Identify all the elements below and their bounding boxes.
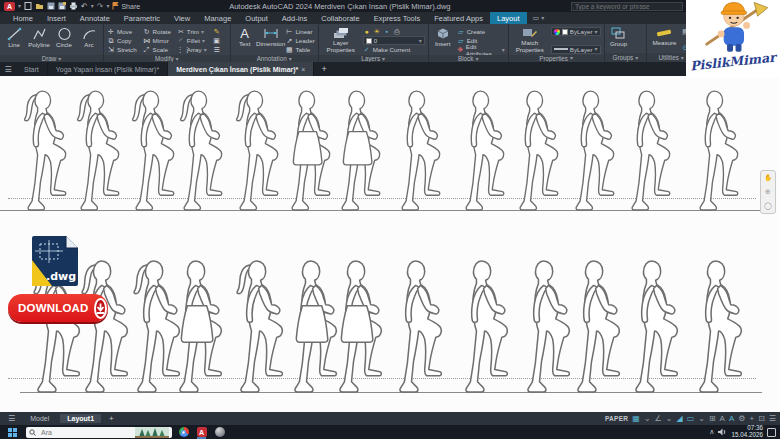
layer-lock-icon[interactable]: ▪ [383,28,391,35]
ribbon-tab-featured-apps[interactable]: Featured Apps [427,12,490,24]
share-button[interactable]: Share [112,2,140,10]
match-properties-button[interactable]: Match Properties [512,26,548,55]
drawing-canvas[interactable]: ✋ ⊕ ◯ [0,76,780,412]
file-tab-2[interactable]: Merdiven Çıkan İnsan (Pislik Mimar)*× [168,62,314,76]
create-block-button[interactable]: ▱Create [457,27,505,36]
ribbon-tab-layout[interactable]: Layout [490,12,527,24]
edit-attributes-button[interactable]: ❖Edit Attributes▾ [457,45,505,54]
ribbon-tab-view[interactable]: View [167,12,197,24]
taskbar-clock[interactable]: 07:36 15.04.2026 [731,425,763,438]
dynamic-input-icon[interactable]: ▭ [687,415,695,423]
text-tool-button[interactable]: A Text [234,26,256,55]
layout1-tab[interactable]: Layout1 [60,414,101,423]
model-tab[interactable]: Model [23,414,56,423]
trim-tool-button[interactable]: ✂Trim▾ [177,27,207,36]
rotate-tool-button[interactable]: ↻Rotate [143,27,171,36]
action-center-icon[interactable] [767,428,776,437]
ribbon-tab-annotate[interactable]: Annotate [73,12,117,24]
save-icon[interactable] [47,2,55,10]
chrome-taskbar-icon[interactable] [177,426,190,438]
table-button[interactable]: ▦Table [285,45,314,54]
ribbon-tab-output[interactable]: Output [238,12,275,24]
copy-tool-button[interactable]: ⧉Copy [107,36,137,45]
polyline-tool-button[interactable]: Polyline [28,26,50,55]
plot-icon[interactable] [69,2,78,10]
osnap-dropdown-icon[interactable]: ⌄ [698,415,705,423]
arc-tool-button[interactable]: Arc [78,26,100,55]
file-tab-start[interactable]: Start [16,62,48,76]
ribbon-tab-express-tools[interactable]: Express Tools [367,12,428,24]
annotation-panel-label[interactable]: Annotation▾ [231,55,318,62]
customization-menu-icon[interactable]: ☰ [769,415,776,423]
layer-on-icon[interactable]: ● [363,28,371,35]
orbit-icon[interactable]: ◯ [764,202,772,210]
block-panel-label[interactable]: Block▾ [429,55,508,62]
mirror-tool-button[interactable]: ⋈Mirror [143,36,171,45]
new-drawing-tab-button[interactable]: + [314,62,333,76]
measure-button[interactable]: Measure [650,26,678,53]
array-tool-button[interactable]: ⋮⋮Array▾ [177,45,207,54]
autocad-taskbar-icon[interactable]: A [195,426,208,438]
taskbar-search[interactable] [26,427,172,438]
stretch-tool-button[interactable]: ⇲Stretch [107,45,137,54]
isodraft-icon[interactable]: ⌄ [666,415,673,423]
close-tab-icon[interactable]: × [301,66,305,73]
layer-dropdown[interactable]: 0 ▾ [363,36,425,45]
layers-panel-label[interactable]: Layers▾ [319,55,428,62]
navigation-bar[interactable]: ✋ ⊕ ◯ [760,170,776,214]
draw-panel-label[interactable]: Draw▾ [0,55,103,62]
layer-properties-button[interactable]: Layer Properties [322,26,360,55]
status-menu-icon[interactable]: ☰ [4,414,19,423]
fillet-tool-button[interactable]: ◜Fillet▾ [177,36,207,45]
lineweight-dropdown[interactable]: ByLayer ▾ [551,45,601,54]
new-layout-button[interactable]: + [105,414,118,423]
paper-space-label[interactable]: PAPER [605,415,628,422]
groups-panel-label[interactable]: Groups▾ [605,53,647,62]
circle-tool-button[interactable]: Circle [53,26,75,55]
redo-icon[interactable]: ↷ [97,2,104,11]
move-tool-button[interactable]: ✛Move [107,27,137,36]
explode-tool-button[interactable]: ▣ [213,36,221,45]
layer-plot-icon[interactable]: ⎙ [393,28,401,35]
new-file-icon[interactable] [24,2,32,10]
ribbon-tab-home[interactable]: Home [6,12,40,24]
polar-tracking-icon[interactable]: ∠ [655,415,662,423]
properties-panel-label[interactable]: Properties▾ [509,55,604,62]
ribbon-tab-manage[interactable]: Manage [197,12,238,24]
modify-panel-label[interactable]: Modify▾ [104,55,230,62]
annotation-monitor-icon[interactable]: + [749,415,754,423]
erase-tool-button[interactable]: ✎ [213,27,221,36]
ribbon-tab-insert[interactable]: Insert [40,12,73,24]
workspace-gear-icon[interactable]: ⚙ [738,415,745,423]
annotation-visibility-icon[interactable]: A [720,415,725,423]
insert-block-button[interactable]: Insert [432,26,454,55]
tray-expand-icon[interactable]: ∧ [709,428,714,436]
keyword-search-input[interactable] [571,2,683,11]
zoom-icon[interactable]: ⊕ [765,188,771,196]
selection-cycling-icon[interactable]: ⊞ [709,415,716,423]
object-color-dropdown[interactable]: ByLayer ▾ [551,27,601,36]
linear-dim-button[interactable]: ⊢Linear [285,27,314,36]
group-button[interactable]: Group [608,26,630,53]
ribbon-display-toggle[interactable]: ▭▾ [527,12,551,24]
make-current-button[interactable]: ✓Make Current [363,45,425,54]
ribbon-tab-collaborate[interactable]: Collaborate [314,12,366,24]
taskbar-search-input[interactable] [39,428,132,437]
file-tab-1[interactable]: Yoga Yapan İnsan (Pislik Mimar)* [48,62,168,76]
scale-tool-button[interactable]: ⤢Scale [143,45,171,54]
layer-thaw-icon[interactable]: ☀ [373,28,381,35]
open-file-icon[interactable] [35,2,44,10]
pan-icon[interactable]: ✋ [764,174,773,182]
leader-button[interactable]: ↗Leader [285,36,314,45]
volume-icon[interactable] [718,428,727,436]
ribbon-tab-add-ins[interactable]: Add-ins [275,12,314,24]
ribbon-tab-parametric[interactable]: Parametric [117,12,167,24]
hardware-accel-icon[interactable]: ⊡ [758,415,765,423]
redo-caret-icon[interactable]: ▾ [106,3,109,9]
app-menu-caret-icon[interactable]: ▾ [18,3,21,9]
annotation-scale-icon[interactable]: A [729,415,734,423]
snap-mode-icon[interactable]: ⌄ [644,415,651,423]
download-button[interactable]: DOWNLOAD [8,294,108,322]
file-tabs-menu-icon[interactable]: ☰ [0,62,16,76]
save-as-icon[interactable] [58,2,66,10]
